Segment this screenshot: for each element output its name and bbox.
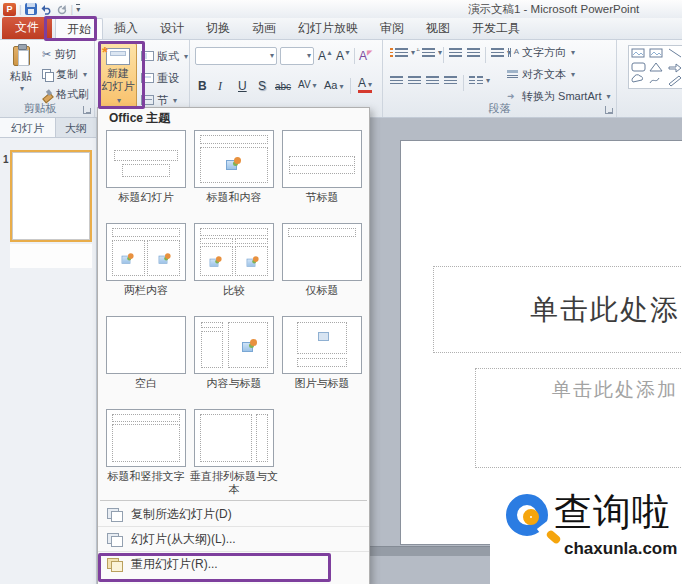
tab-transitions[interactable]: 切换	[195, 18, 241, 39]
change-case-button[interactable]: Aa▾	[324, 79, 343, 91]
picture-icon	[318, 332, 329, 341]
divider: |	[19, 3, 22, 16]
layout-thumb	[282, 130, 362, 188]
layout-option-title-and-content[interactable]: 标题和内容	[190, 130, 278, 204]
cut-button[interactable]: ✂ 剪切	[42, 46, 76, 62]
reset-button[interactable]: 重设	[141, 70, 179, 86]
underline-button[interactable]: U	[238, 79, 247, 93]
scissors-icon: ✂	[42, 48, 51, 61]
dialog-launcher-icon[interactable]	[605, 106, 613, 114]
layout-thumb	[106, 223, 186, 281]
shapes-gallery[interactable]	[628, 45, 682, 89]
align-left-button[interactable]	[390, 76, 403, 85]
clear-formatting-button[interactable]: A◤	[359, 49, 372, 63]
layout-option-title-slide[interactable]: 标题幻灯片	[102, 130, 190, 204]
powerpoint-app-icon[interactable]: P	[3, 3, 16, 16]
numbering-button[interactable]: 123▾	[416, 48, 442, 57]
bullets-icon	[390, 48, 393, 57]
save-icon[interactable]	[25, 3, 37, 15]
layout-thumb	[106, 130, 186, 188]
redo-icon[interactable]	[56, 4, 68, 15]
align-text-icon	[507, 69, 519, 80]
layout-button[interactable]: 版式 ▾	[141, 48, 188, 64]
tab-home[interactable]: 开始	[55, 18, 103, 39]
font-color-button[interactable]: A▾	[358, 78, 372, 93]
layout-option-two-content[interactable]: 两栏内容	[102, 223, 190, 297]
dialog-launcher-icon[interactable]	[83, 106, 91, 114]
increase-indent-icon	[467, 48, 480, 57]
layout-option-comparison[interactable]: 比较	[190, 223, 278, 297]
text-shadow-button[interactable]: S	[258, 79, 266, 93]
menu-item-duplicate-slides[interactable]: 复制所选幻灯片(D)	[98, 502, 369, 527]
title-placeholder[interactable]: 单击此处添	[433, 266, 682, 353]
strikethrough-button[interactable]: abc	[275, 81, 291, 92]
undo-icon[interactable]	[40, 4, 53, 15]
powerpoint-window: P | | ▾ 演示文稿1 - Microsoft PowerPoint 文件 …	[0, 0, 682, 584]
layout-option-content-with-caption[interactable]: 内容与标题	[190, 316, 278, 390]
layout-option-section-header[interactable]: 节标题	[278, 130, 366, 204]
layout-option-vertical-title-and-text[interactable]: 垂直排列标题与文本	[190, 409, 278, 496]
format-painter-button[interactable]: 格式刷	[42, 86, 89, 102]
content-icon	[122, 253, 135, 263]
smartart-icon	[507, 91, 519, 102]
shrink-font-button[interactable]: A▼	[336, 49, 351, 63]
tab-review[interactable]: 审阅	[369, 18, 415, 39]
tab-outline-pane[interactable]: 大纲	[56, 118, 96, 137]
layout-option-title-only[interactable]: 仅标题	[278, 223, 366, 297]
font-name-select[interactable]	[195, 47, 277, 65]
chevron-down-icon: ▾	[571, 70, 575, 79]
copy-button[interactable]: 复制 ▾	[42, 66, 87, 82]
layout-option-blank[interactable]: 空白	[102, 316, 190, 390]
align-text-button[interactable]: 对齐文本 ▾	[507, 66, 575, 82]
justify-icon	[444, 76, 457, 85]
tab-slideshow[interactable]: 幻灯片放映	[287, 18, 369, 39]
tab-design[interactable]: 设计	[149, 18, 195, 39]
divider	[463, 75, 464, 91]
panel-background	[10, 244, 92, 268]
slides-group: 新建 幻灯片▾ 版式 ▾ 重设 节 ▾	[95, 40, 190, 117]
layout-thumb	[194, 130, 274, 188]
bullets-button[interactable]: ▾	[390, 48, 415, 57]
layout-thumb	[194, 409, 274, 467]
slides-from-outline-icon	[107, 533, 122, 546]
reuse-slides-icon	[107, 558, 122, 571]
ribbon-tab-bar: 文件 开始 插入 设计 切换 动画 幻灯片放映 审阅 视图 开发工具	[0, 18, 682, 40]
quick-access-dropdown-icon[interactable]: ▾	[76, 4, 80, 14]
grow-font-button[interactable]: A▲	[318, 49, 333, 63]
paste-icon	[13, 46, 30, 66]
watermark-brand: 查询啦	[554, 487, 671, 538]
align-center-button[interactable]	[408, 76, 421, 85]
section-button[interactable]: 节 ▾	[141, 92, 177, 108]
slide-canvas[interactable]: 单击此处添 单击此处添加	[400, 140, 682, 545]
new-slide-button[interactable]: 新建 幻灯片▾	[99, 43, 137, 109]
slide-thumbnail[interactable]	[10, 150, 92, 242]
align-right-button[interactable]	[426, 76, 439, 85]
text-direction-button[interactable]: 文字方向 ▾	[507, 44, 575, 60]
layout-option-picture-with-caption[interactable]: 图片与标题	[278, 316, 366, 390]
menu-item-reuse-slides[interactable]: 重用幻灯片(R)...	[98, 552, 369, 577]
subtitle-placeholder[interactable]: 单击此处添加	[475, 368, 682, 468]
character-spacing-button[interactable]: AV▾	[298, 79, 317, 90]
layout-icon	[141, 51, 154, 61]
layout-option-title-and-vertical-text[interactable]: 标题和竖排文字	[102, 409, 190, 496]
content-icon	[247, 256, 260, 266]
chevron-down-icon: ▾	[83, 70, 87, 79]
tab-insert[interactable]: 插入	[103, 18, 149, 39]
font-size-select[interactable]	[280, 47, 314, 65]
menu-item-slides-from-outline[interactable]: 幻灯片(从大纲)(L)...	[98, 527, 369, 552]
tab-slides-pane[interactable]: 幻灯片	[0, 118, 56, 137]
tab-animations[interactable]: 动画	[241, 18, 287, 39]
increase-indent-button[interactable]	[467, 48, 480, 57]
dropdown-menu: 复制所选幻灯片(D) 幻灯片(从大纲)(L)... 重用幻灯片(R)...	[98, 502, 369, 577]
bold-button[interactable]: B	[198, 79, 207, 93]
content-icon	[242, 339, 258, 352]
line-spacing-icon	[491, 48, 504, 57]
columns-button[interactable]: ▾	[469, 76, 490, 85]
layout-thumb	[194, 316, 274, 374]
justify-button[interactable]	[444, 76, 457, 85]
tab-file[interactable]: 文件	[2, 17, 52, 39]
decrease-indent-button[interactable]	[449, 48, 462, 57]
italic-button[interactable]: I	[218, 79, 222, 94]
tab-view[interactable]: 视图	[415, 18, 461, 39]
tab-developer[interactable]: 开发工具	[461, 18, 531, 39]
